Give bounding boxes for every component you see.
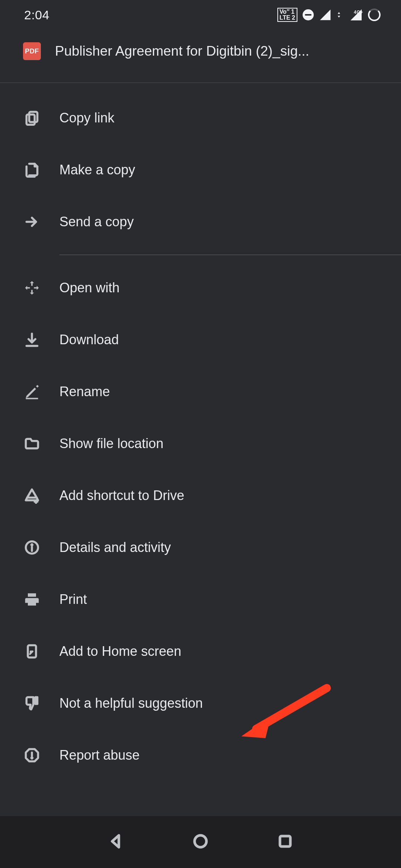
status-bar: 2:04 Vo″ 1LTE 2 4G+ <box>0 0 401 30</box>
menu-label: Details and activity <box>59 540 171 555</box>
menu-label: Copy link <box>59 110 114 126</box>
signal-icon <box>319 9 332 21</box>
loading-spinner-icon <box>368 9 381 21</box>
menu-label: Report abuse <box>59 747 140 763</box>
menu-item-details[interactable]: Details and activity <box>0 522 401 573</box>
menu-item-copy-link[interactable]: Copy link <box>0 92 401 144</box>
pdf-badge-icon: PDF <box>23 42 41 60</box>
print-icon <box>23 591 41 608</box>
menu-item-show-location[interactable]: Show file location <box>0 418 401 470</box>
menu-item-add-home[interactable]: Add to Home screen <box>0 625 401 677</box>
data-arrows-icon <box>337 10 344 20</box>
menu-item-download[interactable]: Download <box>0 314 401 366</box>
menu-label: Send a copy <box>59 214 134 230</box>
nav-home-button[interactable] <box>192 832 209 852</box>
svg-point-9 <box>195 835 206 847</box>
menu-item-not-helpful[interactable]: Not a helpful suggestion <box>0 677 401 729</box>
folder-icon <box>23 435 41 453</box>
thumbs-down-icon <box>23 694 41 712</box>
menu-label: Not a helpful suggestion <box>59 696 203 711</box>
add-home-icon <box>23 642 41 660</box>
file-title: Publisher Agreement for Digitbin (2)_sig… <box>55 43 309 59</box>
menu-label: Print <box>59 592 87 607</box>
svg-rect-1 <box>29 112 38 122</box>
menu-label: Add to Home screen <box>59 644 181 659</box>
menu-item-add-shortcut[interactable]: Add shortcut to Drive <box>0 470 401 522</box>
report-icon <box>23 746 41 764</box>
menu-label: Make a copy <box>59 162 135 178</box>
send-arrow-icon <box>23 213 41 231</box>
menu-item-rename[interactable]: Rename <box>0 366 401 418</box>
download-icon <box>23 331 41 349</box>
svg-point-8 <box>32 757 33 759</box>
nav-recent-button[interactable] <box>276 832 294 852</box>
menu-label: Show file location <box>59 436 163 451</box>
menu-item-send-copy[interactable]: Send a copy <box>0 196 401 248</box>
rename-pencil-icon <box>23 383 41 401</box>
file-copy-icon <box>23 161 41 179</box>
menu-item-print[interactable]: Print <box>0 573 401 625</box>
signal-4g-icon: 4G+ <box>349 8 363 22</box>
nav-back-button[interactable] <box>107 832 125 852</box>
link-copy-icon <box>23 109 41 127</box>
menu-item-make-copy[interactable]: Make a copy <box>0 144 401 196</box>
svg-rect-2 <box>26 115 35 125</box>
svg-text:4G+: 4G+ <box>354 10 363 15</box>
system-nav-bar <box>0 816 401 868</box>
status-time: 2:04 <box>24 8 49 22</box>
drive-shortcut-icon <box>23 487 41 504</box>
menu-label: Rename <box>59 384 110 400</box>
menu-label: Download <box>59 332 119 348</box>
volte-icon: Vo″ 1LTE 2 <box>277 8 297 22</box>
action-menu: Copy link Make a copy Send a copy Open w… <box>0 83 401 795</box>
menu-divider <box>59 254 401 255</box>
info-icon <box>23 539 41 556</box>
menu-item-report-abuse[interactable]: Report abuse <box>0 729 401 781</box>
open-with-icon <box>23 279 41 297</box>
menu-item-open-with[interactable]: Open with <box>0 262 401 314</box>
status-icons: Vo″ 1LTE 2 4G+ <box>277 8 381 22</box>
do-not-disturb-icon <box>303 9 314 20</box>
svg-point-5 <box>32 544 33 545</box>
file-header: PDF Publisher Agreement for Digitbin (2)… <box>0 30 401 82</box>
menu-label: Open with <box>59 280 120 296</box>
menu-label: Add shortcut to Drive <box>59 488 184 503</box>
svg-rect-10 <box>280 836 290 846</box>
